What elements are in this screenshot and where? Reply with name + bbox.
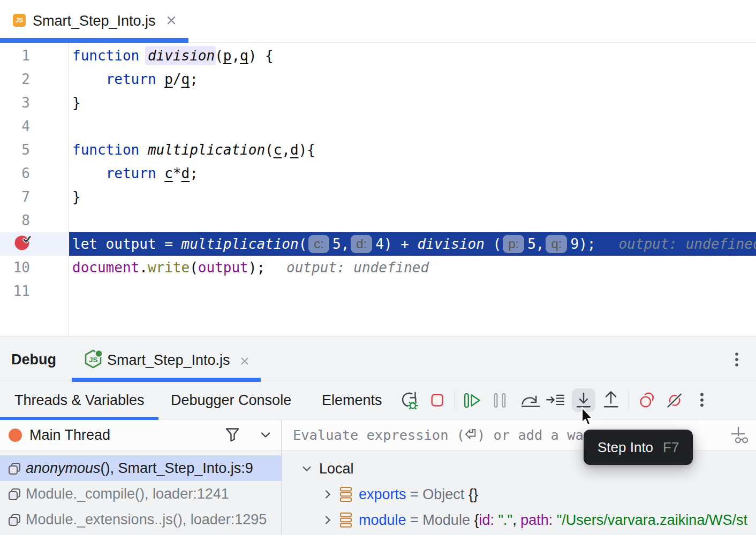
gutter-line-2: 2 (0, 67, 69, 91)
code-token (156, 71, 165, 87)
stack-frame-icon (7, 487, 21, 501)
gutter-line-5: 5 (0, 138, 69, 162)
code-token (139, 142, 148, 158)
tab-elements[interactable]: Elements (322, 381, 382, 420)
debug-panel-title: Debug (11, 351, 56, 368)
gutter-line-11: 11 (0, 279, 69, 303)
toolbar-separator (629, 390, 629, 410)
tree-row-label: exports = Object {} (359, 482, 478, 507)
code-token: , (282, 142, 290, 158)
funnel-icon[interactable] (223, 425, 242, 445)
gutter-line-7: 7 (0, 185, 69, 209)
resume-icon (460, 391, 484, 409)
keyword-token: function (72, 48, 139, 64)
thread-selector[interactable]: Main Thread (0, 420, 281, 450)
view-breakpoints-button[interactable] (636, 388, 659, 412)
code-line-2: return p/q; (69, 67, 756, 91)
close-icon[interactable] (165, 14, 178, 27)
step-out-button[interactable] (599, 388, 623, 412)
tab-debugger-console[interactable]: Debugger Console (171, 381, 291, 420)
close-icon[interactable] (239, 356, 250, 366)
parameter-token: p (164, 71, 173, 87)
code-line-7: } (69, 185, 756, 209)
code-line-9-execution-point: let output = multiplication(c:5,d:4) + d… (69, 232, 756, 256)
frame-location: Module._compile(), loader:1241 (26, 481, 229, 507)
code-area[interactable]: function division(p,q) { return p/q; } f… (69, 43, 756, 336)
frame-row-current[interactable]: anonymous(), Smart_Step_Into.js:9 (0, 455, 281, 481)
code-token: . (139, 259, 148, 276)
running-badge (96, 350, 102, 357)
gutter-line-9 (0, 232, 69, 256)
gutter-line-1: 1 (0, 44, 69, 67)
keyword-token: function (72, 142, 139, 158)
tooltip-label: Step Into (598, 439, 653, 456)
code-token: ; (256, 259, 265, 276)
debug-session-tab-title: Smart_Step_Into.js (107, 352, 230, 369)
rerun-debug-button[interactable] (397, 388, 421, 412)
code-text-token: let output = (72, 232, 182, 256)
param-hint-c: c: (308, 235, 329, 253)
resume-button[interactable] (460, 388, 484, 412)
thread-status-icon (9, 429, 22, 442)
mouse-cursor (580, 407, 595, 427)
mute-breakpoints-button[interactable] (663, 388, 686, 412)
pause-button[interactable] (488, 388, 511, 412)
variable-row-module[interactable]: module = Module {id: ".", path: "/Users/… (282, 507, 756, 533)
editor-gutter[interactable]: 1 2 3 4 5 6 7 8 10 11 (0, 43, 69, 336)
more-vertical-icon (695, 391, 708, 410)
parameter-token: c (164, 165, 173, 181)
code-line-6: return c*d; (69, 162, 756, 185)
variable-value: {} (464, 486, 478, 502)
stop-icon (428, 391, 446, 409)
step-over-button[interactable] (518, 388, 541, 412)
global-variable-token: document (72, 259, 139, 276)
view-breakpoints-icon (637, 391, 658, 409)
variable-row-exports[interactable]: exports = Object {} (282, 482, 756, 507)
group-name: Local (319, 456, 354, 482)
frame-row[interactable]: Module._extensions..js(), loader:1295 (0, 507, 281, 532)
code-editor[interactable]: 1 2 3 4 5 6 7 8 10 11 function division(… (0, 43, 756, 336)
gutter-line-3: 3 (0, 91, 69, 114)
code-text-token: 4) + (375, 232, 417, 256)
mute-breakpoints-icon (664, 391, 685, 409)
add-watch-icon[interactable] (727, 424, 749, 447)
chevron-right-icon[interactable] (320, 513, 335, 528)
debug-panel-header: Debug JS Smart_Step_Into.js (0, 337, 756, 380)
code-token: ( (215, 48, 223, 64)
force-step-into-button[interactable] (543, 388, 567, 412)
force-step-into-icon (545, 391, 566, 409)
code-token: ( (190, 259, 198, 276)
frame-row[interactable]: Module._compile(), loader:1241 (0, 481, 281, 507)
keyword-token: return (106, 71, 156, 87)
stack-frame-icon (7, 462, 21, 476)
param-hint-q: q: (546, 235, 567, 253)
code-text-token: 5, (527, 232, 544, 256)
step-over-icon (519, 391, 540, 409)
more-vertical-icon[interactable] (730, 349, 743, 370)
tree-row-label: module = Module {id: ".", path: "/Users/… (359, 507, 747, 533)
toolbar-more-button[interactable] (690, 388, 714, 412)
tab-threads-variables[interactable]: Threads & Variables (14, 381, 145, 420)
frame-location: (), Smart_Step_Into.js:9 (101, 460, 253, 476)
code-token: ( (265, 142, 274, 158)
gutter-line-6: 6 (0, 162, 69, 185)
chevron-right-icon[interactable] (320, 487, 335, 502)
gutter-line-8: 8 (0, 209, 69, 232)
stack-frame-icon (7, 513, 21, 527)
code-line-8 (69, 209, 756, 232)
line-number: 1 (21, 44, 30, 67)
variable-icon (339, 486, 352, 502)
parameter-token: c (274, 142, 282, 158)
breakpoint-icon[interactable] (14, 234, 32, 252)
chevron-down-icon[interactable] (258, 427, 273, 442)
code-token: / (173, 71, 182, 87)
chevron-down-icon[interactable] (299, 461, 314, 476)
code-token: } (72, 95, 81, 111)
line-number: 11 (13, 279, 30, 303)
code-line-4 (69, 114, 756, 138)
code-token: } (72, 189, 81, 205)
param-hint-d: d: (351, 235, 372, 253)
stop-button[interactable] (425, 388, 449, 412)
code-token (72, 165, 106, 181)
gutter-line-10: 10 (0, 256, 69, 279)
